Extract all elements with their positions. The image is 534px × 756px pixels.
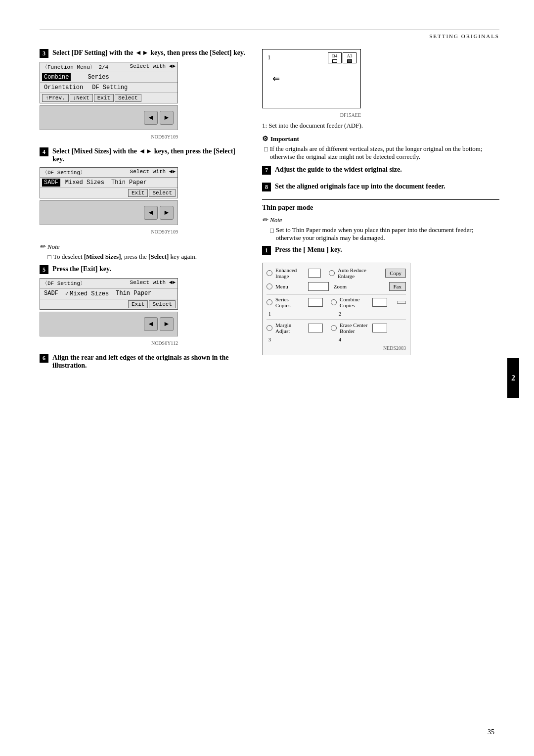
lcd-2-row-1: SADF Mixed Sizes Thin Paper xyxy=(40,178,178,188)
lcd-3-header-left: 〈DF Setting〉 xyxy=(42,280,86,287)
lcd-3-btn-select[interactable]: Select xyxy=(149,300,176,308)
key-left-3: ◄ xyxy=(144,317,158,331)
note-3-text-1: To deselect [Mixed Sizes], press the [Se… xyxy=(53,253,197,261)
lcd-3-header-right: Select with ◄► xyxy=(130,280,176,287)
panel-row-4: MarginAdjust Erase CenterBorder xyxy=(267,322,406,334)
lcd-1-header-right: Select with ◄► xyxy=(130,63,176,71)
panel-num-1: 1 xyxy=(268,311,271,317)
a3-label: A3 xyxy=(347,53,353,58)
lcd-2-header: 〈DF Setting〉 Select with ◄► xyxy=(40,168,178,178)
keyboard-sim-2: ◄ ► xyxy=(40,200,178,225)
lcd-2-header-left: 〈DF Setting〉 xyxy=(42,169,86,176)
step-6-icon: 6 xyxy=(40,354,48,363)
key-left-2: ◄ xyxy=(144,206,158,220)
lcd-1-btn-prev[interactable]: ↑Prev. xyxy=(42,94,69,102)
panel-input-margin xyxy=(308,324,323,332)
b4-indicator: B4 xyxy=(328,52,342,63)
thin-paper-divider xyxy=(262,199,499,200)
key-right-1: ► xyxy=(160,111,174,125)
lcd-2-btn-exit[interactable]: Exit xyxy=(128,189,148,197)
lcd-1-btn-exit[interactable]: Exit xyxy=(94,94,114,102)
panel-circle-auto xyxy=(329,270,335,276)
step-8-block: 8 Set the aligned originals face up into… xyxy=(262,183,499,191)
step-5-text: Press the [Exit] key. xyxy=(52,265,247,273)
diagram-box: 1 ⇐ B4 A3 xyxy=(262,49,361,108)
step-8-text: Set the aligned originals face up into t… xyxy=(275,183,499,190)
step-7-text: Adjust the guide to the widest original … xyxy=(275,166,499,174)
step-5-icon: 5 xyxy=(40,265,48,274)
lcd-3-header: 〈DF Setting〉 Select with ◄► xyxy=(40,279,178,288)
img-label-1: NODS0Y109 xyxy=(40,134,178,140)
step-1b-text: Press the [ Menu ] key. xyxy=(275,246,499,254)
lcd-3-buttons: Exit Select xyxy=(40,299,178,309)
lcd-3-mixed: Mixed Sizes xyxy=(63,289,111,298)
panel-row-2: Menu Zoom Fax xyxy=(267,282,406,291)
panel-label-series: SeriesCopies xyxy=(275,296,305,308)
diagram-caption: 1: Set into the document feeder (ADF). xyxy=(262,122,499,130)
panel-label-erase: Erase CenterBorder xyxy=(340,322,369,334)
right-column: 1 ⇐ B4 A3 DF15AEE 1: Set into xyxy=(262,49,499,378)
step-3-heading: 3 Select [DF Setting] with the ◄► keys, … xyxy=(40,49,247,58)
important-label: Important xyxy=(270,135,299,143)
panel-button-blank-1 xyxy=(397,301,406,304)
step-5-heading: 5 Press the [Exit] key. xyxy=(40,265,247,274)
panel-num-4: 4 xyxy=(339,337,341,342)
img-label-2: NODS0Y109 xyxy=(40,229,178,235)
step-4-icon: 4 xyxy=(40,147,48,156)
step-7-icon: 7 xyxy=(262,166,271,175)
panel-label-zoom: Zoom xyxy=(334,284,363,289)
thin-paper-heading: Thin paper mode xyxy=(262,204,499,212)
thin-paper-bullet: □ xyxy=(270,227,274,235)
page-container: 2 SETTING ORIGINALS 3 Select [DF Setting… xyxy=(0,0,534,756)
panel-num-3: 3 xyxy=(268,337,271,342)
panel-circle-enhanced xyxy=(267,270,272,276)
lcd-screen-1: 〈Function Menu〉 2/4 Select with ◄► Combi… xyxy=(40,62,178,103)
lcd-screen-2: 〈DF Setting〉 Select with ◄► SADF Mixed S… xyxy=(40,167,178,198)
section-title: SETTING ORIGINALS xyxy=(40,33,499,39)
lcd-3-btn-exit[interactable]: Exit xyxy=(128,300,148,308)
panel-label-auto: Auto ReduceEnlarge xyxy=(338,267,367,279)
note-3-label: Note xyxy=(47,243,60,251)
note-3-section: ✏ Note □ To deselect [Mixed Sizes], pres… xyxy=(40,242,247,261)
b4-label: B4 xyxy=(332,53,338,58)
lcd-1-header-left: 〈Function Menu〉 2/4 xyxy=(42,63,108,71)
thin-paper-note-heading: ✏ Note xyxy=(262,216,499,224)
b4a3-box: B4 A3 xyxy=(328,52,356,63)
lcd-1-series: Series xyxy=(86,73,111,81)
panel-label-enhanced: EnhancedImage xyxy=(275,267,305,279)
panel-num-2: 2 xyxy=(339,311,341,317)
lcd-3-sadf: SADF xyxy=(42,289,60,298)
lcd-1-buttons: ↑Prev. ↓Next Exit Select xyxy=(40,93,178,103)
lcd-2-sadf: SADF xyxy=(42,179,60,187)
step-3-icon: 3 xyxy=(40,49,48,58)
lcd-1-btn-next[interactable]: ↓Next xyxy=(70,94,93,102)
lcd-2-header-right: Select with ◄► xyxy=(130,169,176,176)
thin-paper-note-text: Set to Thin Paper mode when you place th… xyxy=(276,226,499,242)
lcd-2-btn-select[interactable]: Select xyxy=(149,189,176,197)
lcd-1-dfsetting: DF Setting xyxy=(90,84,130,92)
b4-checkbox xyxy=(332,59,337,63)
note-3-item-1: □ To deselect [Mixed Sizes], press the [… xyxy=(47,253,247,261)
step-8-icon: 8 xyxy=(262,183,271,191)
panel-label-combine: CombineCopies xyxy=(340,296,369,308)
copy-button[interactable]: Copy xyxy=(385,269,406,278)
keyboard-sim-3: ◄ ► xyxy=(40,312,178,336)
page-number: 35 xyxy=(488,728,494,736)
diagram-inner: 1 ⇐ B4 A3 xyxy=(263,49,360,108)
lcd-1-btn-select[interactable]: Select xyxy=(115,94,141,102)
key-right-2: ► xyxy=(160,206,174,220)
sidebar-number: 2 xyxy=(507,358,519,398)
step-6-text: Align the rear and left edges of the ori… xyxy=(52,354,247,370)
step-3-text: Select [DF Setting] with the ◄► keys, th… xyxy=(52,49,247,57)
thin-paper-note-item: □ Set to Thin Paper mode when you place … xyxy=(270,226,499,242)
important-heading: ⚙ Important xyxy=(262,135,499,143)
diagram-number: 1 xyxy=(267,53,271,61)
fax-button[interactable]: Fax xyxy=(389,282,406,291)
step-7-block: 7 Adjust the guide to the widest origina… xyxy=(262,166,499,175)
lcd-1-orientation: Orientation xyxy=(42,84,85,92)
step-1b-icon: 1 xyxy=(262,246,271,255)
step-4-text: Select [Mixed Sizes] with the ◄► keys, t… xyxy=(52,147,247,163)
key-right-3: ► xyxy=(160,317,174,331)
important-item-1: □ If the originals are of different vert… xyxy=(264,145,499,161)
panel-row-3: SeriesCopies CombineCopies xyxy=(267,296,406,308)
